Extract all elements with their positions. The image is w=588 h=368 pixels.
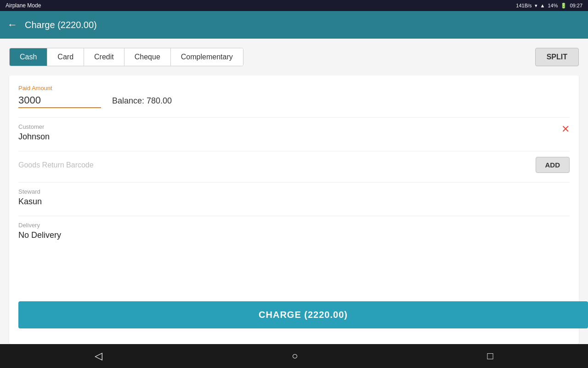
tab-cash[interactable]: Cash [10,48,47,66]
wifi-icon: ▾ [535,3,537,9]
steward-section: Steward Kasun [18,188,570,207]
delivery-value: No Delivery [18,230,570,240]
network-stats: 141B/s [516,3,531,8]
paid-amount-label: Paid Amount [18,85,570,92]
barcode-placeholder: Goods Return Barcode [18,161,94,169]
steward-value: Kasun [18,197,570,207]
add-barcode-button[interactable]: ADD [536,157,570,173]
delivery-section: Delivery No Delivery [18,222,570,240]
nav-recents-icon[interactable]: □ [487,350,493,362]
tab-card[interactable]: Card [47,48,84,66]
page-title: Charge (2220.00) [25,20,97,30]
divider-1 [18,117,570,118]
customer-value: Johnson [18,132,570,142]
paid-amount-field: Paid Amount Balance: 780.00 [18,85,570,117]
tabs-row: Cash Card Credit Cheque Complementary SP… [9,48,579,66]
nav-back-icon[interactable]: ◁ [95,350,102,362]
steward-label: Steward [18,188,570,195]
customer-section: Customer Johnson ✕ [18,123,570,142]
back-button[interactable]: ← [7,19,17,31]
divider-4 [18,216,570,216]
battery-icon: 🔋 [560,3,567,9]
charge-btn-container: CHARGE (2220.00) [9,297,579,333]
payment-tabs: Cash Card Credit Cheque Complementary [9,48,243,66]
paid-row: Balance: 780.00 [18,93,570,108]
divider-2 [18,151,570,151]
app-bar: ← Charge (2220.00) [0,11,588,39]
paid-amount-input[interactable] [18,93,101,108]
bottom-nav: ◁ ○ □ [0,344,588,368]
customer-label: Customer [18,123,570,130]
form-area: Paid Amount Balance: 780.00 Customer Joh… [9,75,579,344]
tab-complementary[interactable]: Complementary [171,48,243,66]
barcode-row: Goods Return Barcode ADD [18,157,570,173]
main-content: Cash Card Credit Cheque Complementary SP… [0,39,588,344]
split-button[interactable]: SPLIT [535,48,579,66]
tab-credit[interactable]: Credit [84,48,124,66]
balance-display: Balance: 780.00 [112,96,172,106]
tab-cheque[interactable]: Cheque [124,48,171,66]
charge-button[interactable]: CHARGE (2220.00) [18,301,588,328]
clock: 09:27 [570,3,582,8]
nav-home-icon[interactable]: ○ [292,350,298,362]
battery-percent: 14% [548,3,558,8]
divider-3 [18,182,570,183]
airplane-mode-label: Airplane Mode [6,2,41,9]
delivery-label: Delivery [18,222,570,229]
status-bar: Airplane Mode 141B/s ▾ ▲ 14% 🔋 09:27 [0,0,588,11]
signal-icon: ▲ [540,3,545,8]
remove-customer-button[interactable]: ✕ [561,123,570,135]
